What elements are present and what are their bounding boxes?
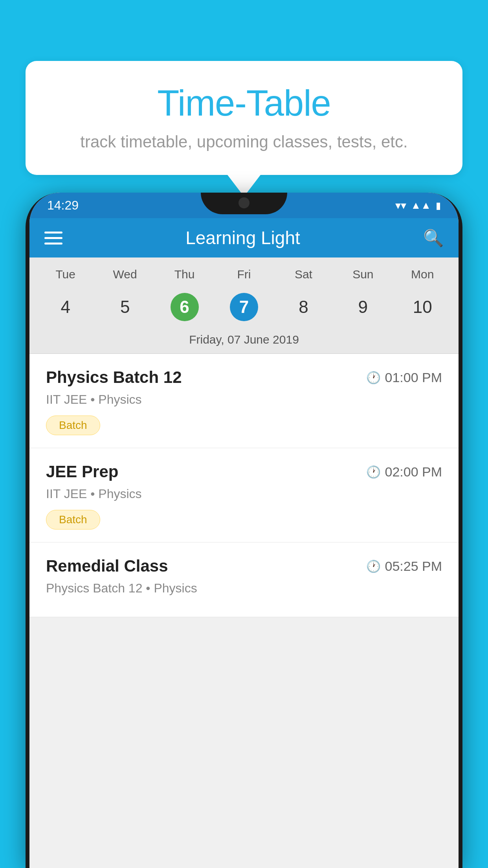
schedule-title-1: Physics Batch 12 [46,368,182,387]
search-icon[interactable]: 🔍 [423,228,444,248]
day-label-wed[interactable]: Wed [95,265,154,284]
day-7[interactable]: 7 [214,287,273,327]
time-value-1: 01:00 PM [385,370,442,385]
speech-bubble-container: Time-Table track timetable, upcoming cla… [26,61,462,197]
day-8[interactable]: 8 [274,287,333,327]
time-value-3: 05:25 PM [385,559,442,574]
app-bar: Learning Light 🔍 [29,218,459,257]
schedule-item-1-header: Physics Batch 12 🕐 01:00 PM [46,368,442,387]
selected-date: Friday, 07 June 2019 [29,327,459,354]
day-4[interactable]: 4 [36,287,95,327]
status-time: 14:29 [47,198,79,213]
status-icons: ▾▾ ▲▲ ▮ [395,199,441,212]
schedule-time-2: 🕐 02:00 PM [366,464,442,480]
day-label-sat[interactable]: Sat [274,265,333,284]
app-title: Learning Light [185,227,300,248]
schedule-item-1[interactable]: Physics Batch 12 🕐 01:00 PM IIT JEE • Ph… [29,354,459,448]
menu-line-1 [44,232,62,234]
menu-line-2 [44,237,62,239]
phone-inner: 14:29 ▾▾ ▲▲ ▮ Learning Light 🔍 [29,193,459,868]
bubble-subtitle: track timetable, upcoming classes, tests… [49,132,439,151]
batch-tag-1: Batch [46,416,100,435]
schedule-item-3-header: Remedial Class 🕐 05:25 PM [46,557,442,576]
day-label-sun[interactable]: Sun [333,265,393,284]
day-label-mon[interactable]: Mon [393,265,452,284]
day-9[interactable]: 9 [333,287,393,327]
schedule-list: Physics Batch 12 🕐 01:00 PM IIT JEE • Ph… [29,354,459,617]
batch-tag-2: Batch [46,510,100,530]
calendar-header: Tue Wed Thu Fri Sat Sun Mon 4 5 6 7 [29,257,459,354]
schedule-subtitle-1: IIT JEE • Physics [46,392,442,407]
time-value-2: 02:00 PM [385,464,442,480]
schedule-item-2-header: JEE Prep 🕐 02:00 PM [46,462,442,481]
wifi-icon: ▾▾ [395,199,406,212]
menu-icon[interactable] [44,232,62,245]
day-6-circle: 6 [171,293,199,321]
day-5[interactable]: 5 [95,287,154,327]
schedule-subtitle-3: Physics Batch 12 • Physics [46,581,442,596]
status-bar: 14:29 ▾▾ ▲▲ ▮ [29,193,459,218]
day-label-tue[interactable]: Tue [36,265,95,284]
phone-frame: 14:29 ▾▾ ▲▲ ▮ Learning Light 🔍 [26,193,462,868]
clock-icon-1: 🕐 [366,371,381,384]
schedule-time-1: 🕐 01:00 PM [366,370,442,385]
schedule-item-3[interactable]: Remedial Class 🕐 05:25 PM Physics Batch … [29,542,459,617]
day-numbers: 4 5 6 7 8 9 10 [29,287,459,327]
signal-icon: ▲▲ [411,199,431,211]
clock-icon-3: 🕐 [366,559,381,573]
notch-camera [238,197,250,208]
schedule-title-3: Remedial Class [46,557,168,576]
day-label-thu[interactable]: Thu [155,265,214,284]
day-6[interactable]: 6 [155,287,214,327]
day-7-circle: 7 [230,293,258,321]
phone-content: 14:29 ▾▾ ▲▲ ▮ Learning Light 🔍 [29,193,459,868]
schedule-item-2[interactable]: JEE Prep 🕐 02:00 PM IIT JEE • Physics Ba… [29,448,459,542]
day-10[interactable]: 10 [393,287,452,327]
schedule-subtitle-2: IIT JEE • Physics [46,487,442,501]
schedule-title-2: JEE Prep [46,462,118,481]
schedule-time-3: 🕐 05:25 PM [366,559,442,574]
clock-icon-2: 🕐 [366,465,381,479]
menu-line-3 [44,243,62,245]
day-label-fri[interactable]: Fri [214,265,273,284]
day-labels: Tue Wed Thu Fri Sat Sun Mon [29,265,459,284]
bubble-title: Time-Table [49,83,439,124]
speech-bubble: Time-Table track timetable, upcoming cla… [26,61,462,175]
battery-icon: ▮ [436,200,441,211]
